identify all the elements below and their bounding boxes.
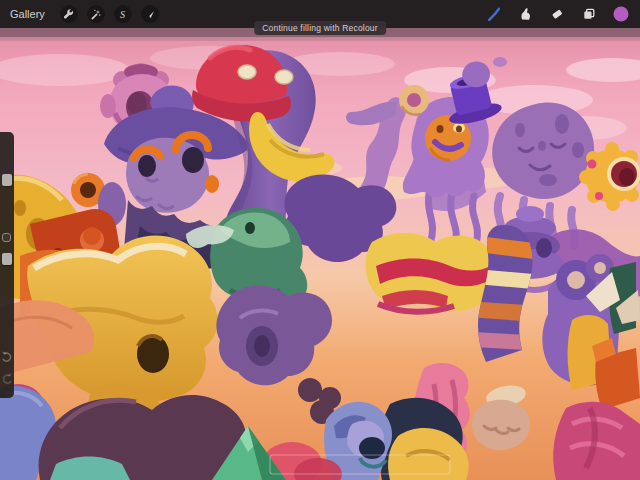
toolbar-right-group [485,6,640,22]
redo-icon [1,372,13,386]
artwork-canvas[interactable] [0,28,640,480]
brush-size-handle[interactable] [2,174,12,186]
svg-text:S: S [120,9,125,20]
procreate-window: Gallery S [0,0,640,480]
selection-button[interactable]: S [114,5,132,23]
undo-button[interactable] [1,350,13,364]
redo-button[interactable] [1,372,13,386]
color-button[interactable] [613,6,629,22]
toolbar-left-group: Gallery S [0,5,159,23]
actions-button[interactable] [60,5,78,23]
brush-icon [486,7,501,22]
canvas-area [0,28,640,480]
color-swatch [613,6,629,22]
adjustments-button[interactable] [87,5,105,23]
eraser-icon [550,7,564,21]
layers-icon [582,7,596,21]
smudge-finger-icon [518,7,532,21]
opacity-slider[interactable] [0,250,14,344]
layers-button[interactable] [581,6,597,22]
side-toolbar [0,132,14,398]
gallery-button[interactable]: Gallery [10,8,51,20]
magic-wand-icon [90,9,101,20]
selection-s-icon: S [117,9,128,20]
opacity-handle[interactable] [2,253,12,265]
transform-arrow-icon [144,9,155,20]
smudge-tool-button[interactable] [517,6,533,22]
wrench-icon [63,9,74,20]
modify-button[interactable] [2,233,11,242]
transform-button[interactable] [141,5,159,23]
recolour-tooltip: Continue filling with Recolour [254,21,386,35]
brush-size-slider[interactable] [0,136,14,228]
paint-tool-button[interactable] [485,6,501,22]
undo-icon [1,350,13,364]
erase-tool-button[interactable] [549,6,565,22]
